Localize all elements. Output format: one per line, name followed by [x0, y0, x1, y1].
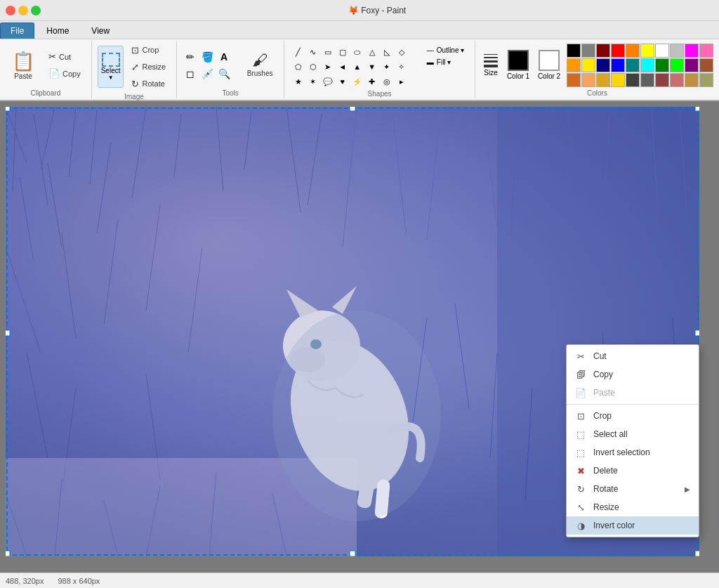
shape-4arrow[interactable]: ✦ — [380, 60, 394, 74]
size-button[interactable]: Size — [481, 53, 501, 78]
color2-button[interactable]: Color 2 — [536, 48, 562, 83]
palette-color-27[interactable] — [670, 73, 684, 87]
shape-star6[interactable]: ✶ — [306, 74, 320, 89]
copy-icon: 📄 — [48, 68, 60, 79]
palette-color-21[interactable] — [581, 73, 595, 87]
shape-star5[interactable]: ★ — [291, 74, 305, 89]
fill-tool[interactable]: 🪣 — [199, 49, 215, 65]
pencil-tool[interactable]: ✏ — [183, 49, 198, 65]
context-menu-item-invert-selection[interactable]: ⬚Invert selection — [567, 443, 699, 462]
context-menu-item-select-all[interactable]: ⬚Select all — [567, 425, 699, 443]
palette-color-24[interactable] — [626, 73, 640, 87]
shape-rounded-rect[interactable]: ▢ — [336, 45, 350, 59]
context-menu-item-delete[interactable]: ✖Delete — [567, 462, 699, 480]
palette-color-1[interactable] — [581, 44, 595, 58]
shape-right-arrow[interactable]: ➤ — [321, 60, 335, 74]
palette-color-13[interactable] — [611, 58, 625, 72]
crop-button[interactable]: ⊡ Crop — [126, 42, 171, 58]
context-menu-item-cut[interactable]: ✂Cut — [567, 347, 699, 365]
palette-color-20[interactable] — [567, 73, 581, 87]
palette-color-2[interactable] — [596, 44, 610, 58]
shape-callout[interactable]: 💬 — [321, 74, 335, 89]
shape-triangle[interactable]: △ — [365, 45, 379, 59]
eraser-tool[interactable]: ◻ — [183, 66, 198, 81]
rotate-button[interactable]: ↻ Rotate — [126, 76, 171, 91]
maximize-button[interactable] — [31, 6, 41, 15]
shape-star4[interactable]: ✧ — [395, 60, 409, 74]
shape-left-arrow[interactable]: ◄ — [336, 60, 350, 74]
minimize-button[interactable] — [18, 6, 28, 15]
context-menu-item-rotate[interactable]: ↻Rotate▶ — [567, 480, 699, 498]
context-menu-item-resize[interactable]: ⤡Resize — [567, 498, 699, 516]
palette-color-23[interactable] — [611, 73, 625, 87]
tab-view[interactable]: View — [81, 22, 120, 39]
palette-color-19[interactable] — [699, 58, 713, 72]
colorpicker-tool[interactable]: 💉 — [199, 66, 215, 81]
close-button[interactable] — [6, 6, 15, 15]
shape-down-arrow[interactable]: ▼ — [365, 60, 379, 74]
paste-button[interactable]: 📋 Paste — [6, 47, 41, 84]
brushes-button[interactable]: 🖌 Brushes — [242, 44, 278, 86]
shape-up-arrow[interactable]: ▲ — [350, 60, 364, 74]
shape-pentagon[interactable]: ⬠ — [291, 60, 305, 74]
palette-color-4[interactable] — [626, 44, 640, 58]
tab-home[interactable]: Home — [36, 22, 79, 39]
shapes-section: ╱ ∿ ▭ ▢ ⬭ △ ◺ ◇ ⬠ ⬡ ➤ ◄ ▲ ▼ — [284, 41, 475, 98]
palette-color-11[interactable] — [581, 58, 595, 72]
fill-button[interactable]: ▬ Fill ▾ — [423, 57, 468, 67]
palette-color-16[interactable] — [655, 58, 669, 72]
resize-button[interactable]: ⤢ Resize — [126, 59, 171, 74]
palette-color-10[interactable] — [567, 58, 581, 72]
select-button[interactable]: Select ▼ — [98, 46, 124, 88]
palette-color-22[interactable] — [596, 73, 610, 87]
rotate-icon: ↻ — [131, 79, 139, 89]
context-menu-item-copy[interactable]: 🗐Copy — [567, 365, 699, 384]
palette-color-26[interactable] — [655, 73, 669, 87]
palette-color-7[interactable] — [670, 44, 684, 58]
palette-color-29[interactable] — [699, 73, 713, 87]
palette-color-14[interactable] — [626, 58, 640, 72]
shape-more[interactable]: ▸ — [395, 74, 409, 89]
shape-line[interactable]: ╱ — [291, 45, 305, 59]
shape-ring[interactable]: ◎ — [380, 74, 394, 89]
resize-label: Resize — [593, 502, 690, 512]
palette-color-8[interactable] — [685, 44, 699, 58]
window-controls[interactable] — [6, 6, 41, 15]
color1-button[interactable]: Color 1 — [505, 48, 532, 83]
palette-color-6[interactable] — [655, 44, 669, 58]
outline-button[interactable]: — Outline ▾ — [423, 45, 468, 55]
select-icon — [102, 53, 120, 67]
crop-label: Crop — [593, 411, 690, 421]
palette-color-28[interactable] — [685, 73, 699, 87]
context-menu-item-invert-color[interactable]: ◑Invert color — [567, 516, 699, 535]
tab-file[interactable]: File — [0, 22, 34, 39]
copy-button[interactable]: 📄 Copy — [44, 66, 86, 81]
shape-hex[interactable]: ⬡ — [306, 60, 320, 74]
shape-heart[interactable]: ♥ — [336, 74, 350, 89]
shapes-label: Shapes — [368, 89, 392, 98]
copy-icon: 🗐 — [575, 369, 586, 380]
text-tool[interactable]: A — [216, 49, 232, 65]
fill-icon: ▬ — [427, 58, 434, 66]
canvas-scroll[interactable]: ✂Cut🗐Copy📄Paste⊡Crop⬚Select all⬚Invert s… — [0, 101, 719, 573]
shape-rect[interactable]: ▭ — [321, 45, 335, 59]
colors-label: Colors — [587, 88, 607, 97]
shape-right-triangle[interactable]: ◺ — [380, 45, 394, 59]
shape-ellipse[interactable]: ⬭ — [350, 45, 364, 59]
cut-button[interactable]: ✂ Cut — [44, 49, 86, 65]
palette-color-5[interactable] — [640, 44, 654, 58]
palette-color-15[interactable] — [640, 58, 654, 72]
shape-lightning[interactable]: ⚡ — [350, 74, 364, 89]
context-menu-item-crop[interactable]: ⊡Crop — [567, 407, 699, 425]
palette-color-3[interactable] — [611, 44, 625, 58]
palette-color-25[interactable] — [640, 73, 654, 87]
palette-color-18[interactable] — [685, 58, 699, 72]
shape-curve[interactable]: ∿ — [306, 45, 320, 59]
magnifier-tool[interactable]: 🔍 — [216, 66, 232, 81]
palette-color-12[interactable] — [596, 58, 610, 72]
shape-diamond[interactable]: ◇ — [395, 45, 409, 59]
palette-color-0[interactable] — [567, 44, 581, 58]
palette-color-9[interactable] — [699, 44, 713, 58]
palette-color-17[interactable] — [670, 58, 684, 72]
shape-cross[interactable]: ✚ — [365, 74, 379, 89]
